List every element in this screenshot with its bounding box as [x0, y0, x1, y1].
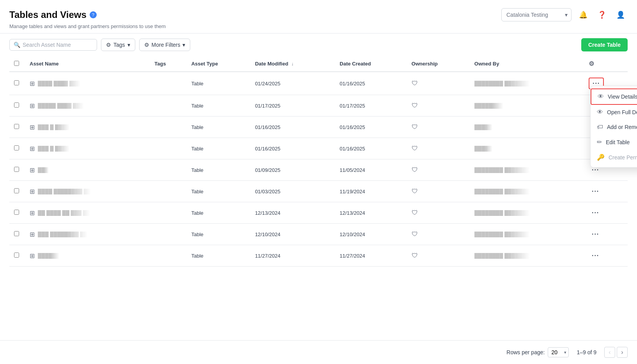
row-checkbox[interactable]: [14, 210, 19, 215]
bell-icon: 🔔: [579, 11, 587, 19]
date-modified: 01/03/2025: [250, 181, 335, 202]
more-filters-dropdown-icon: ▾: [182, 42, 185, 48]
table-row: ⊞████ ████████ ██Table01/03/202511/19/20…: [9, 181, 628, 202]
owned-by-value: ████████ ███████: [474, 189, 530, 194]
date-modified: 01/24/2025: [250, 72, 335, 95]
col-asset-name: Asset Name: [25, 56, 150, 72]
context-menu-add-tags[interactable]: 🏷 Add or Remove Tags: [591, 120, 637, 134]
ownership-shield-icon: 🛡: [412, 145, 418, 152]
search-input[interactable]: [23, 42, 93, 48]
title-group: Tables and Views ?: [9, 9, 97, 20]
row-checkbox[interactable]: [14, 80, 19, 85]
row-more-button[interactable]: ···: [589, 208, 602, 218]
add-tags-icon: 🏷: [597, 124, 603, 131]
edit-table-icon: ✏: [597, 138, 602, 146]
asset-tags: [150, 202, 186, 224]
table-type-icon: ⊞: [30, 188, 35, 195]
context-menu-create-permission: 🔑 Create Permission: [591, 150, 637, 165]
date-modified: 01/16/2025: [250, 138, 335, 159]
user-button[interactable]: 👤: [614, 8, 628, 22]
table-row: ⊞████ ████ ███Table01/24/202501/16/2025🛡…: [9, 72, 628, 95]
tags-dropdown-icon: ▾: [127, 42, 130, 48]
help-button[interactable]: ❓: [595, 8, 609, 22]
row-checkbox[interactable]: [14, 167, 19, 172]
row-checkbox[interactable]: [14, 145, 19, 150]
context-menu-open-full[interactable]: 👁 Open Full Detail Page: [591, 105, 637, 120]
ownership-shield-icon: 🛡: [412, 80, 418, 87]
ownership-shield-icon: 🛡: [412, 231, 418, 237]
asset-tags: [150, 138, 186, 159]
asset-type: Table: [187, 224, 250, 245]
page-title: Tables and Views: [9, 9, 87, 20]
create-table-button[interactable]: Create Table: [581, 38, 628, 51]
asset-tags: [150, 72, 186, 95]
date-modified: 01/09/2025: [250, 159, 335, 181]
view-details-label: View Details: [608, 94, 637, 100]
asset-name-value: ███ █ ████: [38, 146, 69, 152]
table-type-icon: ⊞: [30, 166, 35, 174]
search-icon: 🔍: [14, 42, 20, 48]
col-date-modified[interactable]: Date Modified ↓: [250, 56, 335, 72]
workspace-select[interactable]: Catalonia Testing: [501, 8, 572, 21]
table-row: ⊞███ █ ████Table01/16/202501/16/2025🛡███…: [9, 117, 628, 138]
more-filters-button[interactable]: ⚙ More Filters ▾: [139, 39, 191, 51]
col-tags: Tags: [150, 56, 186, 72]
owned-by-value: █████: [474, 124, 492, 130]
table-row: ⊞███Table01/09/202511/05/2024🛡████████ █…: [9, 159, 628, 181]
owned-by-value: ████████ ███████: [474, 81, 530, 87]
context-menu-edit-table[interactable]: ✏ Edit Table: [591, 134, 637, 150]
asset-type: Table: [187, 181, 250, 202]
help-icon[interactable]: ?: [90, 11, 97, 18]
row-more-button[interactable]: ···: [589, 229, 602, 239]
table-type-icon: ⊞: [30, 145, 35, 152]
date-created: 01/16/2025: [335, 138, 407, 159]
page-subtitle: Manage tables and views and grant partne…: [9, 23, 628, 29]
table-body: ⊞████ ████ ███Table01/24/202501/16/2025🛡…: [9, 72, 628, 267]
assets-table: Asset Name Tags Asset Type Date Modified…: [9, 56, 628, 267]
table-row: ⊞█████ ████ ███Table01/17/202501/17/2025…: [9, 95, 628, 117]
row-checkbox[interactable]: [14, 124, 19, 129]
owned-by-value: ████████ ███████: [474, 231, 530, 237]
asset-tags: [150, 159, 186, 181]
ownership-shield-icon: 🛡: [412, 166, 418, 173]
toolbar-left: 🔍 ⚙ Tags ▾ ⚙ More Filters ▾: [9, 39, 190, 51]
owned-by-value: ████████ ███████: [474, 210, 530, 216]
open-full-label: Open Full Detail Page: [607, 109, 637, 115]
date-created: 12/13/2024: [335, 202, 407, 224]
context-menu-view-details[interactable]: 👁 View Details: [591, 88, 637, 105]
table-row: ⊞███ ████████ ██Table12/10/202412/10/202…: [9, 224, 628, 245]
table-header-row: Asset Name Tags Asset Type Date Modified…: [9, 56, 628, 72]
row-more-button[interactable]: ···: [589, 251, 602, 261]
date-created: 01/16/2025: [335, 117, 407, 138]
row-checkbox[interactable]: [14, 102, 19, 108]
asset-tags: [150, 245, 186, 267]
table-type-icon: ⊞: [30, 252, 35, 260]
select-all-checkbox[interactable]: [14, 61, 19, 66]
date-created: 01/16/2025: [335, 72, 407, 95]
more-filters-label: More Filters: [152, 42, 180, 48]
sort-icon: ↓: [291, 61, 294, 67]
asset-name-value: ████ ████ ███: [38, 81, 80, 87]
row-checkbox[interactable]: [14, 188, 19, 193]
date-created: 11/05/2024: [335, 159, 407, 181]
ownership-shield-icon: 🛡: [412, 102, 418, 109]
settings-icon[interactable]: ⚙: [589, 60, 594, 67]
asset-tags: [150, 224, 186, 245]
date-created: 11/27/2024: [335, 245, 407, 267]
row-more-button[interactable]: ···: [589, 186, 602, 196]
asset-name-value: ████ ████████ ██: [38, 189, 91, 194]
asset-tags: [150, 95, 186, 117]
create-permission-label: Create Permission: [609, 154, 637, 161]
asset-tags: [150, 181, 186, 202]
notifications-button[interactable]: 🔔: [576, 8, 590, 22]
row-checkbox[interactable]: [14, 253, 19, 258]
col-asset-type: Asset Type: [187, 56, 250, 72]
row-checkbox[interactable]: [14, 231, 19, 236]
tags-filter-button[interactable]: ⚙ Tags ▾: [101, 39, 135, 51]
table-type-icon: ⊞: [30, 209, 35, 217]
user-icon: 👤: [616, 11, 625, 19]
col-ownership: Ownership: [407, 56, 470, 72]
date-created: 01/17/2025: [335, 95, 407, 117]
asset-name-value: ██████: [38, 253, 59, 259]
workspace-selector[interactable]: Catalonia Testing: [501, 8, 572, 21]
